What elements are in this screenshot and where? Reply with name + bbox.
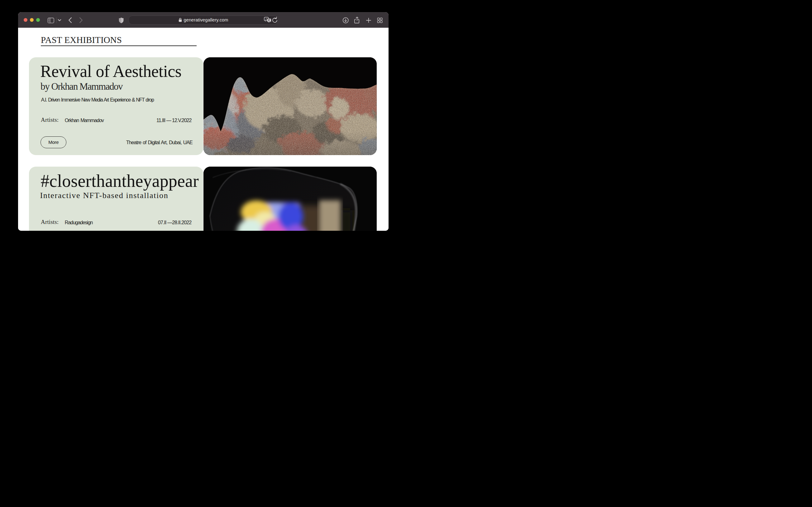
- svg-text:A: A: [265, 17, 267, 20]
